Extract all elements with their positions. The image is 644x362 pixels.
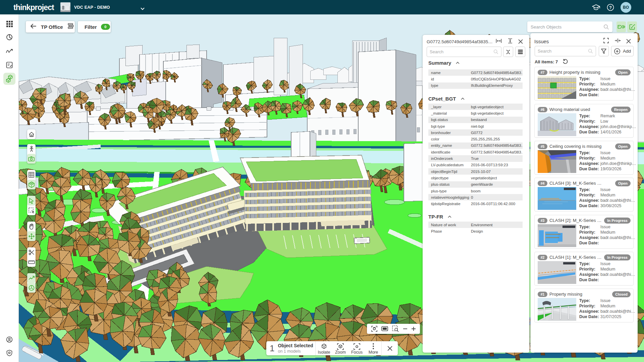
svg-text:?: ? <box>609 5 612 10</box>
